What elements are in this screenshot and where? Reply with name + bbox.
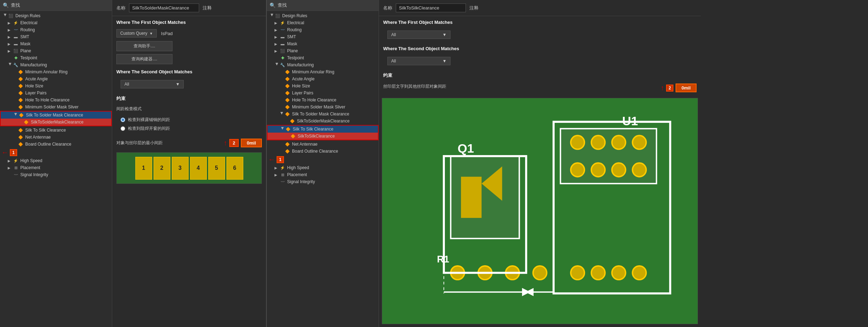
left-routing-item[interactable]: ▶ 〰 Routing — [0, 26, 112, 33]
left-arrow-indicator: ← — [1, 148, 8, 156]
left-radio1-input[interactable] — [121, 118, 125, 122]
right-first-dropdown[interactable]: All ▼ — [387, 31, 450, 39]
left-smt-item[interactable]: ▶ ▬ SMT — [0, 33, 112, 40]
left-placement-arrow: ▶ — [8, 166, 13, 170]
left-silk-solder-arrow: ▶ — [14, 113, 18, 118]
right-second-match-title: Where The Second Object Matches — [379, 42, 701, 53]
right-smt-item[interactable]: ▶ ▬ SMT — [267, 33, 379, 40]
left-min-annular-item[interactable]: ▶ 🔶 Minimum Annular Ring — [0, 68, 112, 75]
left-highspeed-item[interactable]: ▶ ⚡ High Speed — [0, 157, 112, 164]
right-layer-pairs-label: Layer Pairs — [292, 91, 313, 95]
left-plane-item[interactable]: ▶ ⬛ Plane — [0, 47, 112, 54]
left-layer-pairs-item[interactable]: ▶ 🔶 Layer Pairs — [0, 89, 112, 96]
right-silk-solder-item[interactable]: ▶ 🔶 Silk To Solder Mask Clearance — [267, 111, 379, 118]
right-silk-silk-item[interactable]: ▶ 🔶 Silk To Silk Clearance — [267, 126, 378, 133]
left-testpoint-item[interactable]: ▶ ✚ Testpoint — [0, 54, 112, 61]
left-search-icon: 🔍 — [3, 2, 9, 8]
right-silk-silk-arrow: ▶ — [281, 127, 285, 132]
right-silk-silk-rule-item[interactable]: ▶ 🔶 SilkToSilkClearance — [267, 133, 378, 140]
right-first-dropdown-arrow: ▼ — [442, 32, 447, 37]
right-min-solder-item[interactable]: ▶ 🔶 Minimum Solder Mask Sliver — [267, 104, 379, 111]
left-signal-item[interactable]: ▶ 〰 Signal Integrity — [0, 171, 112, 178]
left-placement-item[interactable]: ▶ ⊞ Placement — [0, 164, 112, 171]
left-board-outline-item[interactable]: ▶ 🔶 Board Outline Clearance — [0, 141, 112, 148]
left-second-dropdown[interactable]: All ▼ — [121, 80, 184, 88]
right-search-bar[interactable]: 🔍 查找 — [267, 0, 379, 11]
left-query-dropdown[interactable]: Custom Query ▼ — [116, 29, 157, 38]
left-electrical-item[interactable]: ▶ ⚡ Electrical — [0, 19, 112, 26]
right-board-outline-item[interactable]: ▶ 🔶 Board Outline Clearance — [267, 148, 379, 155]
left-acute-angle-item[interactable]: ▶ 🔶 Acute Angle — [0, 75, 112, 82]
right-acute-item[interactable]: ▶ 🔶 Acute Angle — [267, 75, 379, 82]
left-testpoint-icon: ✚ — [13, 55, 19, 60]
left-silk-solder-item[interactable]: ▶ 🔶 Silk To Solder Mask Clearance — [1, 112, 111, 119]
left-hole-size-label: Hole Size — [25, 84, 43, 88]
right-manufacturing-item[interactable]: ▶ 🔧 Manufacturing — [267, 61, 379, 68]
svg-point-19 — [533, 266, 547, 280]
left-silk-silk-label: Silk To Silk Clearance — [25, 128, 66, 133]
left-silk-silk-item[interactable]: ▶ 🔶 Silk To Silk Clearance — [0, 127, 112, 134]
left-name-input[interactable] — [129, 4, 199, 12]
left-manufacturing-icon: 🔧 — [13, 62, 19, 67]
left-placement-label: Placement — [20, 165, 40, 170]
left-silk-solder-rule-item[interactable]: ▶ 🔶 SilkToSolderMaskClearance — [1, 119, 111, 126]
left-first-match-title: Where The First Object Matches — [112, 16, 266, 27]
right-electrical-item[interactable]: ▶ ⚡ Electrical — [267, 19, 379, 26]
left-hole-hole-item[interactable]: ▶ 🔶 Hole To Hole Clearance — [0, 96, 112, 104]
right-arrow-indicator-row: ← 1 — [267, 155, 379, 164]
right-silk-solder-icon: 🔶 — [284, 112, 291, 116]
right-testpoint-item[interactable]: ▶ ✚ Testpoint — [267, 54, 379, 61]
left-hole-hole-icon: 🔶 — [18, 98, 24, 102]
right-hole-hole-item[interactable]: ▶ 🔶 Hole To Hole Clearance — [267, 96, 379, 104]
right-clearance-value[interactable]: 0mil — [676, 84, 697, 92]
left-routing-label: Routing — [20, 27, 35, 32]
right-signal-item[interactable]: ▶ 〰 Signal Integrity — [267, 178, 379, 185]
right-root-item[interactable]: ▶ ⬛ Design Rules — [267, 12, 379, 19]
left-constraint-section: 间距检查模式 检查到裸露铺铜的间距 检查到阻焊开窗的间距 — [112, 104, 266, 136]
left-manufacturing-item[interactable]: ▶ 🔧 Manufacturing — [0, 61, 112, 68]
left-second-match-title: Where The Second Object Matches — [112, 66, 266, 76]
left-hole-size-item[interactable]: ▶ 🔶 Hole Size — [0, 82, 112, 89]
left-plane-icon: ⬛ — [13, 48, 19, 53]
left-manufacturing-label: Manufacturing — [20, 62, 47, 67]
right-placement-item[interactable]: ▶ ⊞ Placement — [267, 171, 379, 178]
left-electrical-icon: ⚡ — [13, 20, 19, 25]
right-plane-item[interactable]: ▶ ⬛ Plane — [267, 47, 379, 54]
left-min-solder-item[interactable]: ▶ 🔶 Minimum Solder Mask Sliver — [0, 104, 112, 111]
left-clearance-value[interactable]: 0mil — [241, 139, 262, 147]
svg-point-8 — [591, 163, 605, 177]
left-pad-2: 2 — [154, 157, 170, 180]
left-silk-solder-icon: 🔶 — [18, 113, 25, 118]
left-radio2[interactable]: 检查到阻焊开窗的间距 — [121, 126, 258, 132]
right-note-label: 注释 — [469, 5, 479, 11]
right-tree-content: ▶ ⬛ Design Rules ▶ ⚡ Electrical ▶ 〰 Rout… — [267, 11, 379, 327]
right-arrow2-indicator: ↑ — [660, 84, 664, 92]
right-min-annular-item[interactable]: ▶ 🔶 Minimum Annular Ring — [267, 68, 379, 75]
left-radio1[interactable]: 检查到裸露铺铜的间距 — [121, 117, 258, 123]
left-root-item[interactable]: ▶ ⬛ Design Rules — [0, 12, 112, 19]
right-layer-pairs-item[interactable]: ▶ 🔶 Layer Pairs — [267, 89, 379, 96]
right-name-input[interactable] — [396, 4, 466, 12]
left-arrow-indicator-row: ← 1 — [0, 148, 112, 157]
left-build-btn[interactable]: 查询构建器.... — [116, 54, 172, 64]
left-net-antennae-item[interactable]: ▶ 🔶 Net Antennae — [0, 134, 112, 141]
right-routing-item[interactable]: ▶ 〰 Routing — [267, 26, 379, 33]
left-search-bar[interactable]: 🔍 查找 — [0, 0, 112, 11]
right-net-antennae-item[interactable]: ▶ 🔶 Net Antennae — [267, 141, 379, 148]
left-smt-arrow: ▶ — [8, 35, 13, 39]
svg-point-4 — [591, 135, 605, 149]
left-radio2-input[interactable] — [121, 126, 125, 131]
left-mask-label: Mask — [20, 41, 30, 46]
right-hole-hole-icon: 🔶 — [284, 98, 291, 102]
right-plane-arrow: ▶ — [274, 49, 279, 53]
left-mask-item[interactable]: ▶ ▬ Mask — [0, 40, 112, 47]
right-highspeed-item[interactable]: ▶ ⚡ High Speed — [267, 164, 379, 171]
right-mask-icon: ▬ — [279, 41, 286, 46]
right-hole-size-item[interactable]: ▶ 🔶 Hole Size — [267, 82, 379, 89]
left-assist-btn[interactable]: 查询助手.... — [116, 41, 172, 51]
right-silk-solder-rule-item[interactable]: ▶ 🔶 SilkToSolderMaskClearance — [267, 118, 379, 125]
right-placement-label: Placement — [287, 172, 307, 177]
right-second-dropdown[interactable]: All ▼ — [387, 57, 450, 65]
right-mask-item[interactable]: ▶ ▬ Mask — [267, 40, 379, 47]
right-detail-header: 名称 注释 — [379, 0, 701, 16]
